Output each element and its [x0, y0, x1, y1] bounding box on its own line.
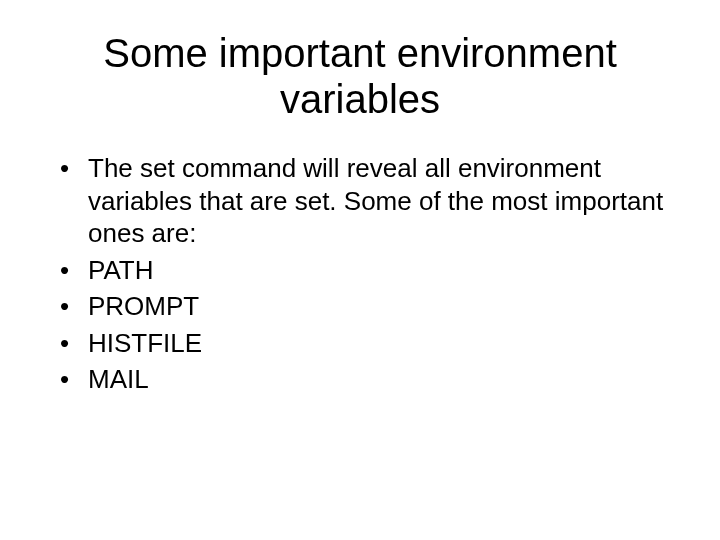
list-item: PATH [60, 254, 680, 287]
slide-title: Some important environment variables [40, 30, 680, 122]
list-item: PROMPT [60, 290, 680, 323]
list-item: The set command will reveal all environm… [60, 152, 680, 250]
list-item: HISTFILE [60, 327, 680, 360]
list-item: MAIL [60, 363, 680, 396]
bullet-list: The set command will reveal all environm… [40, 152, 680, 396]
